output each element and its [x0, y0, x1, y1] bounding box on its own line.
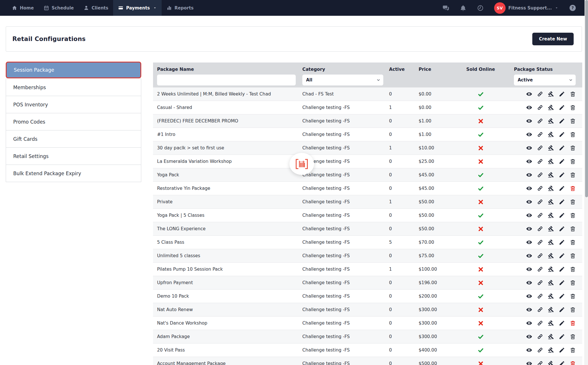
nav-item-reports[interactable]: Reports: [162, 0, 198, 16]
sell-at-pos-icon[interactable]: [548, 104, 554, 111]
edit-icon[interactable]: [559, 360, 565, 365]
sell-at-pos-icon[interactable]: [548, 118, 554, 124]
edit-icon[interactable]: [559, 307, 565, 313]
sell-at-pos-icon[interactable]: [548, 293, 554, 299]
edit-icon[interactable]: [559, 118, 565, 124]
link-icon[interactable]: [537, 131, 543, 138]
sell-at-pos-icon[interactable]: [548, 226, 554, 232]
link-icon[interactable]: [537, 226, 543, 232]
link-icon[interactable]: [537, 199, 543, 205]
view-icon[interactable]: [526, 347, 532, 353]
notifications-bell-icon[interactable]: [460, 5, 467, 11]
nav-item-payments[interactable]: Payments: [113, 0, 162, 16]
create-new-button[interactable]: Create New: [532, 33, 574, 45]
link-icon[interactable]: [537, 253, 543, 259]
delete-icon[interactable]: [570, 239, 576, 245]
edit-icon[interactable]: [559, 91, 565, 97]
edit-icon[interactable]: [559, 131, 565, 138]
sidebar-item-memberships[interactable]: Memberships: [6, 79, 141, 96]
view-icon[interactable]: [526, 199, 532, 205]
edit-icon[interactable]: [559, 280, 565, 286]
delete-icon[interactable]: [570, 293, 576, 299]
edit-icon[interactable]: [559, 239, 565, 245]
link-icon[interactable]: [537, 320, 543, 326]
view-icon[interactable]: [526, 172, 532, 178]
delete-icon[interactable]: [570, 158, 576, 165]
package-status-filter-select[interactable]: Active: [514, 75, 576, 85]
view-icon[interactable]: [526, 145, 532, 151]
view-icon[interactable]: [526, 333, 532, 340]
delete-icon[interactable]: [570, 91, 576, 97]
delete-icon[interactable]: [570, 185, 576, 192]
view-icon[interactable]: [526, 158, 532, 165]
view-icon[interactable]: [526, 118, 532, 124]
sell-at-pos-icon[interactable]: [548, 158, 554, 165]
sell-at-pos-icon[interactable]: [548, 333, 554, 340]
delete-icon[interactable]: [570, 118, 576, 124]
barcode-scan-button[interactable]: [289, 153, 314, 175]
delete-icon[interactable]: [570, 266, 576, 272]
link-icon[interactable]: [537, 185, 543, 192]
sell-at-pos-icon[interactable]: [548, 212, 554, 218]
view-icon[interactable]: [526, 185, 532, 192]
view-icon[interactable]: [526, 104, 532, 111]
package-name-filter-input[interactable]: [157, 75, 296, 85]
delete-icon[interactable]: [570, 320, 576, 326]
edit-icon[interactable]: [559, 199, 565, 205]
link-icon[interactable]: [537, 145, 543, 151]
help-icon[interactable]: ?: [569, 4, 577, 12]
sidebar-item-gift-cards[interactable]: Gift Cards: [6, 130, 141, 148]
sell-at-pos-icon[interactable]: [548, 145, 554, 151]
sell-at-pos-icon[interactable]: [548, 320, 554, 326]
view-icon[interactable]: [526, 293, 532, 299]
delete-icon[interactable]: [570, 280, 576, 286]
view-icon[interactable]: [526, 253, 532, 259]
edit-icon[interactable]: [559, 212, 565, 218]
sell-at-pos-icon[interactable]: [548, 131, 554, 138]
edit-icon[interactable]: [559, 226, 565, 232]
category-filter-select[interactable]: All: [302, 75, 383, 85]
delete-icon[interactable]: [570, 212, 576, 218]
sidebar-item-pos-inventory[interactable]: POS Inventory: [6, 96, 141, 113]
delete-icon[interactable]: [570, 347, 576, 353]
nav-item-clients[interactable]: Clients: [79, 0, 113, 16]
link-icon[interactable]: [537, 293, 543, 299]
delete-icon[interactable]: [570, 253, 576, 259]
delete-icon[interactable]: [570, 199, 576, 205]
edit-icon[interactable]: [559, 158, 565, 165]
scrollbar-thumb[interactable]: [585, 0, 588, 197]
edit-icon[interactable]: [559, 266, 565, 272]
sidebar-item-retail-settings[interactable]: Retail Settings: [6, 147, 141, 165]
chat-icon[interactable]: [442, 5, 449, 11]
edit-icon[interactable]: [559, 333, 565, 340]
delete-icon[interactable]: [570, 104, 576, 111]
delete-icon[interactable]: [570, 226, 576, 232]
link-icon[interactable]: [537, 360, 543, 365]
delete-icon[interactable]: [570, 145, 576, 151]
sell-at-pos-icon[interactable]: [548, 239, 554, 245]
clock-icon[interactable]: [477, 5, 484, 11]
edit-icon[interactable]: [559, 172, 565, 178]
view-icon[interactable]: [526, 239, 532, 245]
link-icon[interactable]: [537, 347, 543, 353]
view-icon[interactable]: [526, 280, 532, 286]
link-icon[interactable]: [537, 266, 543, 272]
sell-at-pos-icon[interactable]: [548, 91, 554, 97]
link-icon[interactable]: [537, 104, 543, 111]
sidebar-item-bulk-extend-package-expiry[interactable]: Bulk Extend Package Expiry: [6, 165, 141, 182]
delete-icon[interactable]: [570, 172, 576, 178]
edit-icon[interactable]: [559, 104, 565, 111]
delete-icon[interactable]: [570, 333, 576, 340]
sell-at-pos-icon[interactable]: [548, 253, 554, 259]
link-icon[interactable]: [537, 307, 543, 313]
sell-at-pos-icon[interactable]: [548, 266, 554, 272]
sell-at-pos-icon[interactable]: [548, 172, 554, 178]
edit-icon[interactable]: [559, 145, 565, 151]
sell-at-pos-icon[interactable]: [548, 199, 554, 205]
link-icon[interactable]: [537, 239, 543, 245]
nav-item-home[interactable]: Home: [7, 0, 39, 16]
sell-at-pos-icon[interactable]: [548, 360, 554, 365]
delete-icon[interactable]: [570, 307, 576, 313]
view-icon[interactable]: [526, 91, 532, 97]
sell-at-pos-icon[interactable]: [548, 280, 554, 286]
